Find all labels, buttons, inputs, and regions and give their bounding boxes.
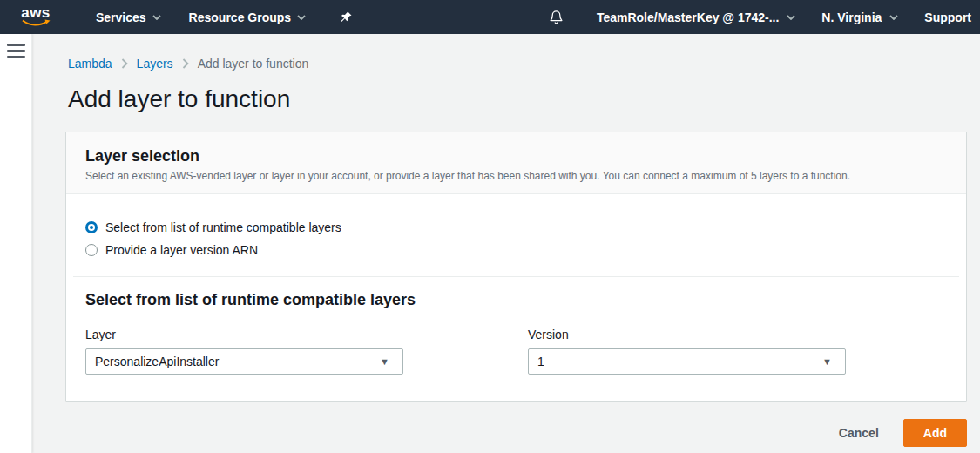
form-actions: Cancel Add	[65, 419, 967, 447]
topbar-right-group: TeamRole/MasterKey @ 1742-... N. Virgini…	[549, 10, 971, 25]
version-field: Version 1 ▼	[528, 328, 846, 375]
chevron-down-icon	[297, 15, 306, 20]
version-select-value: 1	[537, 355, 544, 368]
notifications-button[interactable]	[549, 10, 564, 25]
layer-select-dropdown[interactable]: PersonalizeApiInstaller ▼	[85, 348, 403, 375]
layer-field-label: Layer	[85, 328, 403, 341]
breadcrumb-layers-link[interactable]: Layers	[137, 57, 173, 71]
version-select-dropdown[interactable]: 1 ▼	[528, 348, 846, 375]
breadcrumb: Lambda Layers Add layer to function	[68, 57, 967, 71]
breadcrumb-current: Add layer to function	[198, 57, 309, 71]
layer-selection-card: Layer selection Select an existing AWS-v…	[65, 132, 967, 402]
collapsed-sidebar	[0, 34, 32, 453]
hamburger-menu-icon[interactable]	[7, 44, 25, 58]
resource-groups-menu-label: Resource Groups	[189, 10, 291, 24]
chevron-right-icon	[121, 58, 128, 69]
chevron-down-icon	[889, 15, 898, 20]
runtime-compatible-layers-section: Select from list of runtime compatible l…	[66, 277, 966, 401]
main-content: Lambda Layers Add layer to function Add …	[32, 34, 980, 453]
aws-logo-text: aws	[21, 7, 51, 19]
support-menu[interactable]: Support	[924, 10, 971, 24]
cancel-button[interactable]: Cancel	[839, 426, 879, 440]
radio-selected-icon	[85, 221, 98, 233]
breadcrumb-lambda-link[interactable]: Lambda	[68, 57, 112, 71]
section-title: Select from list of runtime compatible l…	[85, 291, 947, 309]
chevron-down-icon	[152, 15, 161, 20]
layer-source-radio-group: Select from list of runtime compatible l…	[66, 194, 966, 276]
services-menu[interactable]: Services	[96, 10, 161, 24]
bell-icon	[549, 10, 564, 25]
radio-label: Provide a layer version ARN	[105, 243, 258, 257]
card-header: Layer selection Select an existing AWS-v…	[66, 132, 966, 194]
resource-groups-menu[interactable]: Resource Groups	[189, 10, 306, 24]
add-button[interactable]: Add	[903, 419, 967, 447]
radio-layer-version-arn[interactable]: Provide a layer version ARN	[85, 243, 947, 257]
aws-logo[interactable]: aws	[21, 7, 51, 27]
account-menu-label: TeamRole/MasterKey @ 1742-...	[597, 10, 779, 24]
chevron-down-icon	[787, 15, 795, 20]
card-description: Select an existing AWS-vended layer or l…	[85, 170, 947, 182]
layer-version-fields: Layer PersonalizeApiInstaller ▼ Version …	[85, 328, 947, 375]
radio-label: Select from list of runtime compatible l…	[105, 220, 341, 234]
page-title: Add layer to function	[68, 85, 967, 113]
region-menu[interactable]: N. Virginia	[821, 10, 898, 24]
radio-runtime-compatible-layers[interactable]: Select from list of runtime compatible l…	[85, 220, 947, 234]
page-frame: Lambda Layers Add layer to function Add …	[0, 34, 980, 453]
version-field-label: Version	[528, 328, 846, 341]
services-menu-label: Services	[96, 10, 146, 24]
layer-select-value: PersonalizeApiInstaller	[95, 355, 219, 368]
caret-down-icon: ▼	[822, 357, 832, 367]
caret-down-icon: ▼	[380, 357, 389, 367]
region-menu-label: N. Virginia	[821, 10, 882, 24]
pushpin-icon	[339, 10, 353, 24]
card-title: Layer selection	[85, 147, 947, 166]
account-menu[interactable]: TeamRole/MasterKey @ 1742-...	[597, 10, 795, 24]
chevron-right-icon	[182, 58, 189, 69]
aws-console-topbar: aws Services Resource Groups TeamRo	[0, 0, 980, 34]
layer-field: Layer PersonalizeApiInstaller ▼	[85, 328, 403, 375]
radio-unselected-icon	[85, 244, 98, 256]
aws-logo-swoosh-icon	[21, 19, 51, 27]
pin-shortcut-button[interactable]	[339, 10, 353, 24]
